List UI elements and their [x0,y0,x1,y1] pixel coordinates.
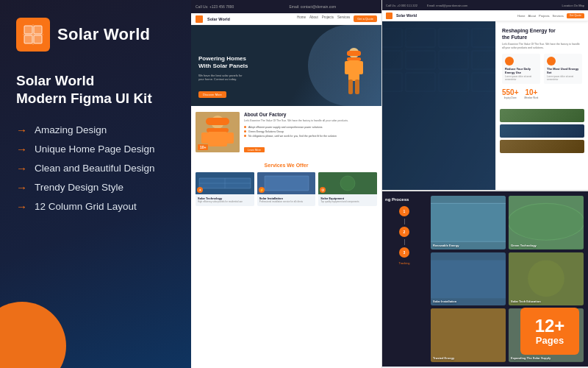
mr-topbar-phone: Call Us: +0 000 111 222 [386,4,417,7]
arrow-icon-5: → [16,200,27,213]
mr-img-svg-3 [431,252,506,306]
svg-rect-27 [265,176,309,191]
pages-badge-num: 12+ [535,317,565,335]
mr-top: Call Us: +0 000 111 222 Email: email@you… [382,0,588,191]
mr-energy-icon-2 [547,57,556,66]
mr-topbar-email: Email: email@yourdomain.com [427,4,467,7]
orange-circle-decoration [0,302,66,368]
features-list: → Amazing Design → Unique Home Page Desi… [16,124,173,213]
ml-services-title: Services We Offer [191,163,381,168]
ml-hero: Powering Homes With Solar Panels We have… [191,25,381,106]
mr-img-label-3: Solar Installation [433,300,456,303]
mr-img-label-4: Solar Tech Education [511,300,541,303]
mr-step-3: 3 [399,247,409,258]
hero-solar-bg [382,21,495,191]
mr-section-inner: Reshaping Energy for the Future Let's Ex… [496,21,588,105]
mr-img-svg-1 [431,196,506,250]
mr-process-section: ng Process 1 2 3 Tracking [382,191,426,367]
mr-right-section: Reshaping Energy for the Future Let's Ex… [495,21,588,191]
ml-nav-links: Home About Projects Services Get a Quote [297,15,377,22]
mr-stat-1: 550+ Inquiry Done [502,88,519,99]
svg-rect-2 [34,26,42,34]
ml-about-image: 10+ [196,112,240,152]
svg-rect-44 [431,203,506,241]
svg-rect-10 [345,61,351,74]
mr-nav-cta: Get Quote [567,13,584,18]
kit-title-line2: Modern Figma UI Kit [16,90,173,107]
kit-title-line1: Solar World [16,72,173,90]
svg-point-46 [509,203,584,240]
ml-service-img-1: ☀ [196,172,254,194]
mr-section-text: Let's Examine The Value Of The Sun. We h… [502,43,582,50]
ml-services-grid: ☀ Solar Technology High efficiency solar… [191,172,381,212]
brand-header: Solar World [16,18,173,52]
mr-img-svg-2 [509,196,584,250]
brand-name: Solar World [57,26,150,43]
pages-badge: 12+ Pages [520,308,579,355]
ml-service-desc-3: Top quality equipment and components [320,201,375,204]
mr-energy-icon-1 [505,57,514,66]
kit-title: Solar World Modern Figma UI Kit [16,72,173,107]
ml-service-badge-1: ☀ [197,187,203,193]
mr-ri-label-1 [500,116,504,121]
pages-badge-label: Pages [536,335,564,346]
ml-service-desc-1: High efficiency solar panels for residen… [198,201,252,204]
ml-nav-about: About [309,15,318,22]
mr-content: Reshaping Energy for the Future Let's Ex… [382,21,588,191]
mr-img-card-2: Green Technology [509,196,584,250]
mr-ri-label-3 [500,146,504,152]
svg-rect-14 [347,51,361,56]
mr-topbar: Call Us: +0 000 111 222 Email: email@you… [382,0,588,10]
mr-img-card-1: Renewable Energy [431,196,506,250]
ml-hero-title: Powering Homes With Solar Panels [198,55,248,71]
ml-nav-logo-box [196,15,203,23]
ml-service-card-2: ⚡ Solar Installation Professional instal… [257,172,316,206]
ml-about: 10+ About Our Factory Let's Examine The … [191,106,381,160]
mr-right-img-2 [500,124,584,138]
mr-img-label-6: Expanding The Solar Supply [511,356,551,360]
mr-nav-about: About [528,14,536,18]
mr-energy-card-text-1: Lorem ipsum dolor sit amet consectetur [505,75,537,81]
mr-img-card-4: Solar Tech Education [509,252,584,306]
ml-nav-brand: Solar World [207,17,230,21]
feature-item-4: → Trendy Design Style [16,181,173,194]
right-panel: Call Us: +123 456 7890 Email: contact@do… [191,0,588,368]
mockup-left: Call Us: +123 456 7890 Email: contact@do… [191,0,382,368]
ml-service-info-2: Solar Installation Professional installa… [257,194,316,206]
mr-step-line-2 [404,239,405,245]
mr-right-img-1 [500,109,584,122]
ml-service-desc-2: Professional installation service for al… [259,201,314,204]
left-panel: Solar World Solar World Modern Figma UI … [0,0,191,368]
feature-label-2: Unique Home Page Design [35,144,155,155]
feature-label-1: Amazing Design [35,124,107,135]
mr-topbar-loc: Location On Map [562,4,584,7]
ml-service-img-3: ⚙ [318,172,377,194]
mr-nav-services: Services [553,14,564,18]
mr-energy-grid: Reduce Your Daily Energy Use Lorem ipsum… [502,54,582,84]
mr-img-label-1: Renewable Energy [433,244,459,247]
mr-nav-logo [386,13,392,19]
ml-hero-btn: Discover More [198,91,226,98]
feature-item-3: → Clean and Beautiful Design [16,162,173,174]
mr-step-1: 1 [399,206,409,216]
mr-energy-card-title-1: Reduce Your Daily Energy Use [505,67,537,74]
ml-hero-text: Powering Homes With Solar Panels We have… [198,55,248,99]
mr-process-title: ng Process [385,197,423,202]
svg-rect-12 [348,79,353,94]
svg-rect-18 [208,132,227,146]
ml-about-text: Let's Examine The Value Of The Sun. We h… [244,119,348,123]
svg-point-29 [340,176,355,191]
mr-step-2: 2 [399,227,409,237]
ml-service-badge-2: ⚡ [259,187,265,193]
svg-rect-3 [24,35,32,43]
mr-img-svg-4 [509,252,584,306]
ml-email: Email: contact@domain.com [290,4,378,9]
mr-right-img-3 [500,140,584,153]
mr-stat-2: 10+ Member Work [525,88,539,99]
ml-hero-worker-figure [341,47,367,106]
svg-rect-13 [355,79,359,94]
mr-img-card-3: Solar Installation [431,252,506,306]
mr-stat-label-1: Inquiry Done [502,96,519,99]
mr-energy-card-text-2: Lorem ipsum dolor sit amet consectetur [547,75,579,81]
brand-logo [16,18,50,52]
